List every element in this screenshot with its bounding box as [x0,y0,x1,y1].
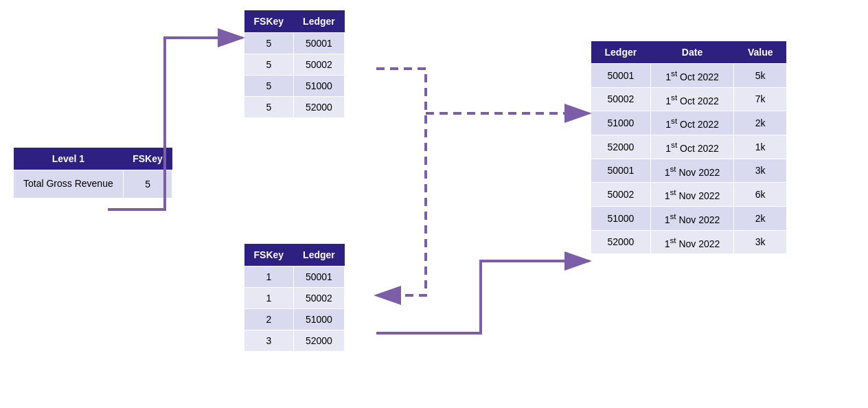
table3-header-fskey: FSKey [244,244,294,267]
table-row: 50002 [293,54,345,76]
table3-fskey-ledger-bottom: FSKey Ledger 150001150002251000352000 [244,244,345,352]
table-row: 1k [734,135,787,159]
table4-header-value: Value [734,41,787,64]
table-row: 1st Nov 2022 [650,206,734,230]
table-row: 50001 [293,267,345,288]
table-row: 2 [244,309,294,330]
table1-cell-fskey: 5 [123,170,172,199]
arrow-table3-to-table4 [376,261,589,333]
table-row: 3k [734,230,787,254]
table-row: 52000 [591,230,651,254]
table-row: 52000 [591,135,651,159]
table-row: 7k [734,87,787,111]
table-row: 1st Nov 2022 [650,230,734,254]
table-row: 1 [244,288,294,309]
table-row: 1st Oct 2022 [650,64,734,88]
table-row: 1st Oct 2022 [650,135,734,159]
table-row: 50001 [591,159,651,183]
table-row: 51000 [293,76,345,97]
table-row: 5 [244,97,294,118]
table-row: 1st Oct 2022 [650,111,734,135]
table-row: 52000 [293,330,345,352]
table-row: 6k [734,183,787,207]
table-row: 5 [244,54,294,76]
table2-fskey-ledger-top: FSKey Ledger 550001550002551000552000 [244,10,345,118]
table4-header-ledger: Ledger [591,41,651,64]
table-row: 1st Nov 2022 [650,183,734,207]
table-row: 51000 [293,309,345,330]
table-row: 2k [734,111,787,135]
table-row: 5k [734,64,787,88]
table1-header-fskey: FSKey [123,148,172,170]
table-row: 51000 [591,206,651,230]
table3-header-ledger: Ledger [293,244,345,267]
table2-header-ledger: Ledger [293,10,345,33]
table-row: 50001 [591,64,651,88]
table-row: 3k [734,159,787,183]
table-row: 50002 [591,87,651,111]
table-row: 5 [244,76,294,97]
table2-header-fskey: FSKey [244,10,294,33]
table-row: 50001 [293,33,345,54]
table4-ledger-date-value: Ledger Date Value 500011st Oct 20225k500… [591,41,787,254]
page-container: Level 1 FSKey Total Gross Revenue5 FSKey… [0,0,868,408]
table-row: 50002 [293,288,345,309]
table-row: 1 [244,267,294,288]
table-row: 1st Nov 2022 [650,159,734,183]
table1-level-fskey: Level 1 FSKey Total Gross Revenue5 [13,148,172,199]
table1-cell-level1: Total Gross Revenue [14,170,124,199]
table-row: 50002 [591,183,651,207]
table-row: 52000 [293,97,345,118]
arrow-table2-to-table3-dashed [376,69,426,295]
table-row: 5 [244,33,294,54]
table1-header-level1: Level 1 [14,148,124,170]
table-row: 51000 [591,111,651,135]
table-row: 3 [244,330,294,352]
table-row: 1st Oct 2022 [650,87,734,111]
table-row: 2k [734,206,787,230]
table4-header-date: Date [650,41,734,64]
